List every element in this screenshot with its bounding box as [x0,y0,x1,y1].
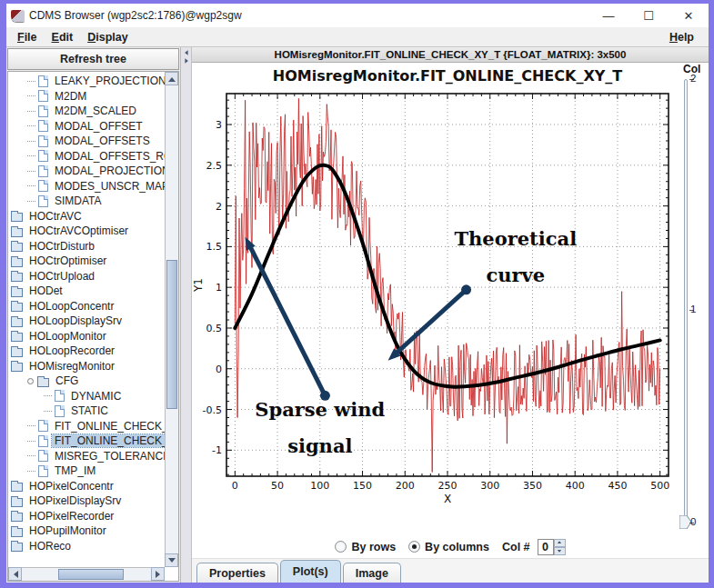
scroll-right-icon[interactable] [151,567,165,581]
by-rows-radio[interactable]: By rows [335,541,396,553]
tree-connector [44,395,52,396]
tree-item-hoctroptimiser[interactable]: HOCtrOptimiser [8,254,165,269]
document-icon [38,195,48,207]
folder-icon [11,228,23,237]
folder-icon [37,378,49,387]
tree-item-modes-unscr-map[interactable]: MODES_UNSCR_MAP [8,179,165,194]
tree-item-label: HOPixelDisplaySrv [26,494,124,507]
scroll-up-icon[interactable] [165,72,178,85]
svg-text:500: 500 [650,480,669,492]
tree-item-hopixeldisplaysrv[interactable]: HOPixelDisplaySrv [8,493,165,509]
col-slider-track[interactable] [684,79,688,523]
tree-connector [27,95,35,96]
tree-item-hodet[interactable]: HODet [8,284,165,299]
menu-file[interactable]: File [10,29,45,45]
tree-item-homisregmonitor[interactable]: HOMisregMonitor [8,359,165,374]
menu-display[interactable]: Display [80,29,135,45]
tree-item-misreg-tolerances[interactable]: MISREG_TOLERANCES [8,449,165,464]
tree-connector [27,111,35,112]
tree-item-holoopconcentr[interactable]: HOLoopConcentr [8,299,165,314]
tree-item-label: M2DM_SCALED [52,105,139,117]
tree-item-fit-online-check-xy-[interactable]: FIT_ONLINE_CHECK_XY_ [8,419,165,434]
col-number-spinner[interactable]: 0 [538,539,566,555]
tree-item-hoctrdisturb[interactable]: HOCtrDisturb [8,239,165,254]
tree-item-label: HOCtrAVC [26,210,85,223]
tab-image[interactable]: Image [343,563,401,583]
scroll-left-icon[interactable] [8,567,22,581]
window-title: CDMS Browser (wgp2sc2:1786)@wgp2sgw [29,9,242,22]
tree-item-label: CFG [53,374,81,387]
slider-tick-label: 2 [690,73,696,84]
tree-connector [27,141,35,142]
tree-item-fit-online-check-xy-t[interactable]: FIT_ONLINE_CHECK_XY_T [8,434,165,449]
tree-item-hoctravc[interactable]: HOCtrAVC [8,209,165,224]
svg-text:Y1: Y1 [192,278,205,293]
tree-item-holoopmonitor[interactable]: HOLoopMonitor [8,329,165,344]
tab-plots[interactable]: Plot(s) [280,560,341,583]
slider-tick-label: 1 [690,304,696,314]
menu-help[interactable]: Help [662,29,701,45]
tree-item-label: HOLoopMonitor [26,330,109,343]
collapse-left-icon[interactable] [182,50,187,55]
tree-item-label: SIMDATA [52,194,105,207]
tree-item-cfg[interactable]: CFG [8,374,165,389]
by-columns-radio[interactable]: By columns [408,541,489,553]
tree-item-label: MODAL_PROJECTION [52,164,165,177]
document-icon [38,105,48,117]
tree-connector [27,455,35,456]
tree-item-modal-projection[interactable]: MODAL_PROJECTION [8,164,165,179]
tab-properties[interactable]: Properties [196,563,278,583]
tree-item-label: HOPixelRecorder [26,510,116,523]
tree-item-hopixelconcentr[interactable]: HOPixelConcentr [8,479,165,494]
vertical-scroll-thumb[interactable] [166,260,177,409]
svg-text:200: 200 [396,480,415,492]
tree-item-hopupilmonitor[interactable]: HOPupilMonitor [8,523,165,539]
tree-item-hoctrupload[interactable]: HOCtrUpload [8,269,165,284]
document-icon [38,450,48,462]
tree-item-modal-offset[interactable]: MODAL_OFFSET [8,119,165,135]
tree-item-modal-offsets-rota[interactable]: MODAL_OFFSETS_ROTA [8,149,165,164]
tree-item-horeco[interactable]: HOReco [8,539,165,554]
tree-item-holoopdisplaysrv[interactable]: HOLoopDisplaySrv [8,314,165,329]
tree-item-label: HOLoopRecorder [26,344,117,357]
tree-item-leaky-projection[interactable]: LEAKY_PROJECTION [8,74,165,89]
tree-item-hopixelrecorder[interactable]: HOPixelRecorder [8,509,165,524]
tree-item-dynamic[interactable]: DYNAMIC [8,389,165,404]
tree-item-simdata[interactable]: SIMDATA [8,194,165,209]
tree-connector [27,125,35,126]
tree-connector [27,201,35,202]
app-window: CDMS Browser (wgp2sc2:1786)@wgp2sgw — ☐ … [0,0,714,588]
folder-icon [11,288,23,297]
tree-item-holooprecorder[interactable]: HOLoopRecorder [8,344,165,359]
tree-item-modal-offsets[interactable]: MODAL_OFFSETS [8,134,165,149]
panel-splitter[interactable] [181,47,192,583]
horizontal-scroll-thumb[interactable] [58,569,124,580]
tree-item-label: MODES_UNSCR_MAP [52,180,165,193]
spinner-down-icon[interactable] [554,547,566,555]
tree-item-hoctravcoptimiser[interactable]: HOCtrAVCOptimiser [8,224,165,239]
expand-right-icon[interactable] [185,58,190,64]
tree-item-m2dm[interactable]: M2DM [8,89,165,105]
tree-horizontal-scrollbar[interactable] [8,567,165,581]
svg-text:0: 0 [216,364,222,375]
tree-item-label: MISREG_TOLERANCES [52,450,165,463]
tree-item-label: HOReco [26,540,74,553]
tree-expand-handle-icon[interactable] [27,378,34,384]
tree-item-label: MODAL_OFFSETS [52,135,153,147]
folder-icon [11,318,23,327]
refresh-tree-button[interactable]: Refresh tree [7,48,179,70]
tree-item-tmp-im[interactable]: TMP_IM [8,463,165,479]
scroll-down-icon[interactable] [165,553,178,567]
maximize-button[interactable]: ☐ [629,4,669,27]
close-button[interactable]: ✕ [669,4,709,27]
tree-connector [27,425,35,426]
minimize-button[interactable]: — [588,4,629,27]
col-slider[interactable]: Col 210 [678,63,709,535]
tree-item-label: HOLoopConcentr [26,300,116,313]
folder-icon [11,483,23,492]
tree-item-static[interactable]: STATIC [8,404,165,419]
menu-edit[interactable]: Edit [45,29,81,45]
tree-vertical-scrollbar[interactable] [165,72,178,567]
tree-item-m2dm-scaled[interactable]: M2DM_SCALED [8,104,165,119]
spinner-up-icon[interactable] [554,539,566,547]
